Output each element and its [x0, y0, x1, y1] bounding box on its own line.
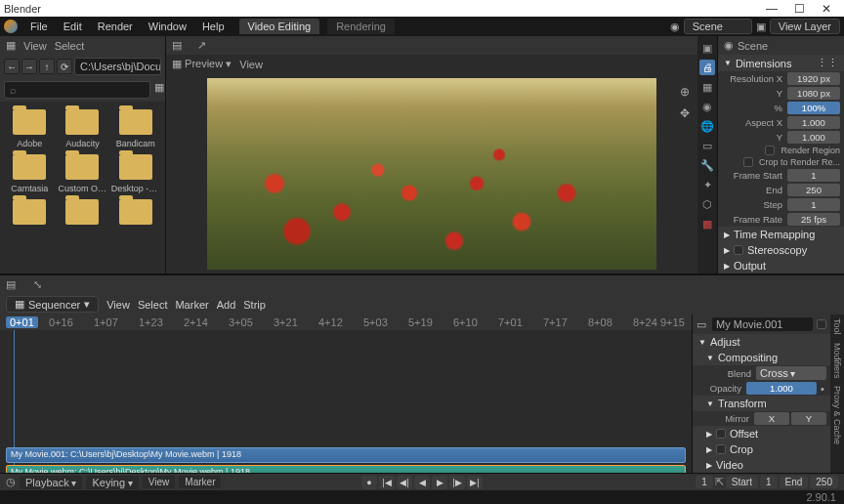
next-key-button[interactable]: |▶ — [449, 476, 465, 489]
menu-render[interactable]: Render — [91, 19, 140, 34]
seq-add-menu[interactable]: Add — [217, 299, 236, 311]
cursor-tool-icon[interactable]: ↗ — [197, 39, 206, 52]
folder-item[interactable]: Desktop - Sho... — [110, 154, 161, 193]
seq-select-menu[interactable]: Select — [138, 299, 168, 311]
aspect-x-field[interactable]: 1.000 — [787, 116, 840, 129]
popout-icon[interactable]: ⇱ — [715, 476, 724, 488]
stereo-panel-header[interactable]: ▶Stereoscopy — [718, 242, 844, 258]
scene-name[interactable]: Scene — [738, 40, 768, 52]
end-frame-field[interactable]: 250 — [810, 476, 838, 488]
seq-marker-menu[interactable]: Marker — [175, 299, 208, 311]
transform-subpanel[interactable]: ▼Transform — [693, 396, 830, 411]
close-button[interactable]: ✕ — [813, 2, 840, 16]
folder-item[interactable]: Custom Offic... — [57, 154, 107, 193]
sequencer-mode-dropdown[interactable]: ▦ Sequencer ▾ — [6, 296, 99, 313]
timeline-tracks[interactable]: My Movie.001: C:\Users\bj\Desktop\My Mov… — [0, 330, 692, 473]
timeline-ruler[interactable]: 0+01 0+16 1+07 1+23 2+14 3+05 3+21 4+12 … — [0, 315, 692, 330]
folder-item[interactable]: Camtasia — [4, 154, 55, 193]
mirror-y-button[interactable]: Y — [791, 412, 826, 425]
playback-dropdown[interactable]: Playback ▾ — [20, 476, 82, 489]
preview-view-menu[interactable]: View — [239, 59, 263, 70]
video-strip[interactable]: My Movie.webm: C:\Users\bj\Desktop\My Mo… — [6, 465, 686, 473]
folder-item[interactable] — [4, 199, 55, 229]
folder-item[interactable] — [110, 199, 161, 229]
crop-subpanel[interactable]: ▶Crop — [693, 441, 830, 457]
start-frame-field[interactable]: 1 — [760, 476, 778, 488]
strip-name-field[interactable]: My Movie.001 — [712, 317, 813, 331]
menu-window[interactable]: Window — [142, 19, 193, 34]
blend-dropdown[interactable]: Cross ▾ — [756, 366, 826, 380]
scene-tab-icon[interactable]: ◉ — [699, 99, 715, 114]
render-tab-icon[interactable]: ▣ — [699, 40, 715, 56]
timeline-editor-icon[interactable]: ◷ — [6, 476, 16, 488]
nav-back-button[interactable]: ← — [4, 59, 20, 74]
physics-tab-icon[interactable]: ⬡ — [699, 196, 715, 212]
editor-type-icon[interactable]: ▦ — [6, 39, 16, 52]
autokey-button[interactable]: ● — [361, 476, 377, 489]
zoom-icon[interactable]: ⊕ — [676, 83, 694, 101]
keying-dropdown[interactable]: Keying ▾ — [86, 476, 138, 489]
adjust-panel-header[interactable]: ▼Adjust — [693, 334, 830, 350]
object-tab-icon[interactable]: ▭ — [699, 138, 715, 153]
video-subpanel[interactable]: ▶Video — [693, 457, 830, 473]
status-view[interactable]: View — [143, 476, 176, 488]
minimize-button[interactable]: — — [758, 2, 785, 16]
stereo-checkbox[interactable] — [734, 245, 743, 255]
frame-end-field[interactable]: 250 — [787, 184, 840, 196]
menu-edit[interactable]: Edit — [57, 19, 89, 34]
modifiers-tab[interactable]: Modifiers — [832, 343, 842, 379]
res-y-field[interactable]: 1080 px — [787, 87, 840, 100]
modifier-tab-icon[interactable]: 🔧 — [699, 157, 715, 173]
res-pct-field[interactable]: 100% — [787, 102, 840, 114]
folder-item[interactable]: Adobe — [4, 109, 55, 148]
search-input[interactable] — [4, 81, 150, 99]
fb-select-menu[interactable]: Select — [55, 40, 85, 52]
menu-file[interactable]: File — [23, 19, 55, 34]
move-tool-icon[interactable]: ⤡ — [33, 278, 42, 291]
world-tab-icon[interactable]: 🌐 — [699, 118, 715, 134]
preview-mode-dropdown[interactable]: ▦ Preview ▾ — [172, 58, 232, 70]
prev-key-button[interactable]: ◀| — [397, 476, 412, 489]
tool-tab[interactable]: Tool — [832, 318, 842, 335]
crop-render-checkbox[interactable] — [743, 157, 753, 167]
workspace-tab-video-editing[interactable]: Video Editing — [239, 19, 320, 34]
path-field[interactable]: C:\Users\bj\Documen... — [74, 58, 161, 75]
play-reverse-button[interactable]: ◀ — [414, 476, 430, 489]
fb-view-menu[interactable]: View — [23, 40, 47, 52]
particle-tab-icon[interactable]: ✦ — [699, 177, 715, 192]
output-tab-icon[interactable]: 🖨 — [699, 60, 715, 75]
nav-up-button[interactable]: ↑ — [39, 59, 55, 74]
nav-forward-button[interactable]: → — [21, 59, 37, 74]
folder-item[interactable]: Audacity — [57, 109, 107, 148]
mirror-x-button[interactable]: X — [754, 412, 789, 425]
maximize-button[interactable]: ☐ — [785, 2, 813, 16]
current-frame-field[interactable]: 1 — [696, 476, 713, 488]
output-panel-header[interactable]: ▶Output — [718, 258, 844, 273]
frame-step-field[interactable]: 1 — [787, 198, 840, 211]
editor-type-icon[interactable]: ▤ — [6, 278, 16, 291]
res-x-field[interactable]: 1920 px — [787, 72, 840, 85]
frame-start-field[interactable]: 1 — [787, 169, 840, 182]
preview-canvas[interactable] — [166, 73, 697, 273]
render-region-checkbox[interactable] — [765, 146, 775, 155]
proxy-cache-tab[interactable]: Proxy & Cache — [832, 386, 842, 444]
scene-selector[interactable]: Scene — [684, 19, 752, 34]
seq-view-menu[interactable]: View — [106, 299, 130, 311]
opacity-field[interactable]: 1.000 — [746, 382, 817, 395]
viewlayer-tab-icon[interactable]: ▦ — [699, 79, 715, 95]
offset-subpanel[interactable]: ▶Offset — [693, 426, 830, 441]
compositing-subpanel[interactable]: ▼Compositing — [693, 350, 830, 365]
nav-refresh-button[interactable]: ⟳ — [57, 59, 72, 74]
texture-tab-icon[interactable]: ▩ — [699, 216, 715, 231]
video-strip[interactable]: My Movie.001: C:\Users\bj\Desktop\My Mov… — [6, 447, 686, 463]
pan-icon[interactable]: ✥ — [676, 105, 694, 122]
mute-checkbox[interactable] — [817, 319, 826, 329]
editor-type-icon[interactable]: ▤ — [172, 39, 182, 52]
seq-strip-menu[interactable]: Strip — [243, 299, 266, 311]
dimensions-panel-header[interactable]: ▼Dimensions⋮⋮ — [718, 55, 844, 71]
play-button[interactable]: ▶ — [432, 476, 447, 489]
status-marker[interactable]: Marker — [179, 476, 221, 488]
framerate-dropdown[interactable]: 25 fps — [787, 213, 840, 226]
workspace-tab-rendering[interactable]: Rendering — [327, 19, 395, 34]
display-mode-button[interactable]: ▦ — [154, 81, 164, 99]
